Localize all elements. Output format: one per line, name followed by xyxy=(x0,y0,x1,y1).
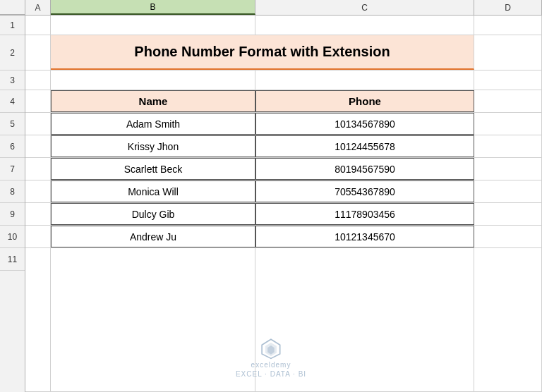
col-header-c[interactable]: C xyxy=(255,0,474,15)
row-num-4[interactable]: 4 xyxy=(0,90,25,113)
grid-row-10: Andrew Ju 10121345670 xyxy=(25,226,542,248)
grid-row-3 xyxy=(25,71,542,90)
cell-a6[interactable] xyxy=(25,135,51,157)
cell-d3[interactable] xyxy=(474,71,542,90)
cell-c10[interactable]: 10121345670 xyxy=(255,226,474,247)
cell-a9[interactable] xyxy=(25,203,51,225)
row-num-6[interactable]: 6 xyxy=(0,135,25,158)
cell-d4[interactable] xyxy=(474,90,542,112)
cell-b10[interactable]: Andrew Ju xyxy=(51,226,255,247)
cell-b4-name-header[interactable]: Name xyxy=(51,90,255,112)
row-num-7[interactable]: 7 xyxy=(0,158,25,180)
cell-b6[interactable]: Krissy Jhon xyxy=(51,135,255,157)
grid-row-7: Scarlett Beck 80194567590 xyxy=(25,158,542,180)
cell-d5[interactable] xyxy=(474,113,542,135)
cell-b9[interactable]: Dulcy Gib xyxy=(51,203,255,225)
cell-a3[interactable] xyxy=(25,71,51,90)
cell-c5[interactable]: 10134567890 xyxy=(255,113,474,135)
cell-d10[interactable] xyxy=(474,226,542,247)
grid-row-5: Adam Smith 10134567890 xyxy=(25,113,542,135)
cell-c4-phone-header[interactable]: Phone xyxy=(255,90,474,112)
col-header-a[interactable]: A xyxy=(25,0,51,15)
cell-d8[interactable] xyxy=(474,180,542,202)
row-num-3[interactable]: 3 xyxy=(0,71,25,90)
col-header-d[interactable]: D xyxy=(474,0,542,15)
cell-a5[interactable] xyxy=(25,113,51,135)
cell-a8[interactable] xyxy=(25,180,51,202)
cell-c9[interactable]: 11178903456 xyxy=(255,203,474,225)
cell-d9[interactable] xyxy=(474,203,542,225)
grid-row-2: Phone Number Format with Extension xyxy=(25,35,542,71)
grid-row-6: Krissy Jhon 10124455678 xyxy=(25,135,542,158)
row-num-9[interactable]: 9 xyxy=(0,203,25,226)
cell-c7[interactable]: 80194567590 xyxy=(255,158,474,180)
row-numbers: 1 2 3 4 5 6 7 8 9 10 11 xyxy=(0,16,25,392)
row-num-2[interactable]: 2 xyxy=(0,35,25,71)
row-num-1[interactable]: 1 xyxy=(0,16,25,35)
exceldemy-logo xyxy=(260,337,282,360)
row-num-11[interactable]: 11 xyxy=(0,248,25,271)
cell-b8[interactable]: Monica Will xyxy=(51,180,255,202)
cell-a10[interactable] xyxy=(25,226,51,247)
cell-c3[interactable] xyxy=(255,71,474,90)
cell-a1[interactable] xyxy=(25,16,51,35)
col-header-b[interactable]: B xyxy=(51,0,255,15)
watermark-line2: EXCEL · DATA · BI xyxy=(236,370,306,378)
cell-b1[interactable] xyxy=(51,16,255,35)
cell-d7[interactable] xyxy=(474,158,542,180)
cell-b3[interactable] xyxy=(51,71,255,90)
cell-d6[interactable] xyxy=(474,135,542,157)
title-cell[interactable]: Phone Number Format with Extension xyxy=(51,35,474,70)
cell-c6[interactable]: 10124455678 xyxy=(255,135,474,157)
column-headers: A B C D xyxy=(0,0,542,16)
cell-d1[interactable] xyxy=(474,16,542,35)
row-num-10[interactable]: 10 xyxy=(0,226,25,248)
cell-d2[interactable] xyxy=(474,35,542,70)
cell-b5[interactable]: Adam Smith xyxy=(51,113,255,135)
watermark: exceldemy EXCEL · DATA · BI xyxy=(236,337,306,378)
cell-b11[interactable] xyxy=(51,248,255,391)
sheet-body: 1 2 3 4 5 6 7 8 9 10 11 Phone Numb xyxy=(0,16,542,392)
row-num-8[interactable]: 8 xyxy=(0,180,25,203)
cell-a7[interactable] xyxy=(25,158,51,180)
grid-row-4: Name Phone xyxy=(25,90,542,113)
watermark-line1: exceldemy xyxy=(251,361,291,369)
spreadsheet: A B C D 1 2 3 4 5 6 7 8 9 10 11 xyxy=(0,0,542,392)
row-num-5[interactable]: 5 xyxy=(0,113,25,135)
grid-row-1 xyxy=(25,16,542,35)
cell-d11[interactable] xyxy=(474,248,542,391)
grid-row-8: Monica Will 70554367890 xyxy=(25,180,542,203)
corner-cell xyxy=(0,0,25,15)
cell-c8[interactable]: 70554367890 xyxy=(255,180,474,202)
cell-b7[interactable]: Scarlett Beck xyxy=(51,158,255,180)
cell-a2[interactable] xyxy=(25,35,51,70)
grid-content: Phone Number Format with Extension Name … xyxy=(25,16,542,392)
grid-row-9: Dulcy Gib 11178903456 xyxy=(25,203,542,226)
cell-a11[interactable] xyxy=(25,248,51,391)
cell-a4[interactable] xyxy=(25,90,51,112)
cell-c1[interactable] xyxy=(255,16,474,35)
